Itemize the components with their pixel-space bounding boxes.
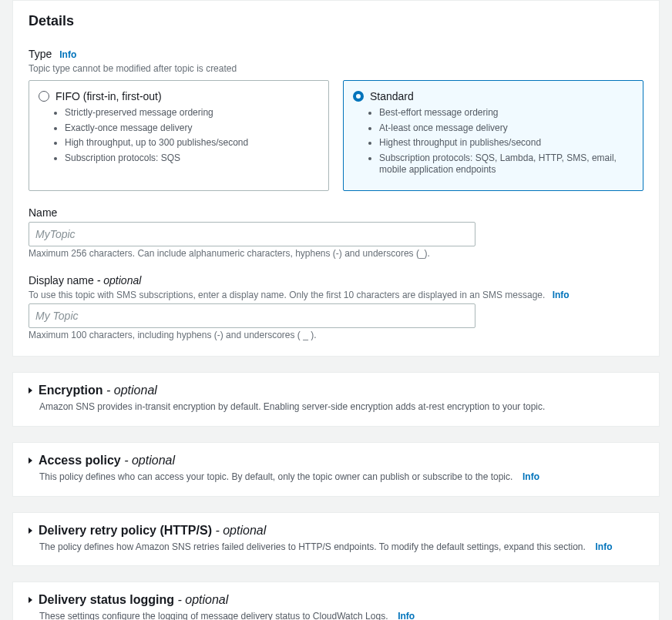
name-hint: Maximum 256 characters. Can include alph… [29,248,643,259]
caret-right-icon [29,387,32,394]
delivery-retry-title: Delivery retry policy (HTTP/S) [39,524,212,537]
display-name-input[interactable] [29,303,475,328]
radio-checked-icon [353,91,364,102]
name-label: Name [29,206,57,219]
details-title: Details [29,13,643,29]
standard-b4: Subscription protocols: SQS, Lambda, HTT… [379,152,633,176]
delivery-retry-info-link[interactable]: Info [596,541,613,552]
standard-b2: At-least once message delivery [379,122,633,135]
name-input[interactable] [29,222,475,246]
caret-right-icon [29,457,32,464]
delivery-status-desc: These settings configure the logging of … [39,610,643,620]
standard-b1: Best-effort message ordering [379,107,633,119]
encryption-toggle[interactable]: Encryption - optional [29,384,643,397]
delivery-status-desc-text: These settings configure the logging of … [39,611,388,620]
fifo-b4: Subscription protocols: SQS [65,152,319,165]
fifo-b2: Exactly-once message delivery [65,122,319,135]
access-policy-info-link[interactable]: Info [522,471,539,482]
fifo-b1: Strictly-preserved message ordering [65,107,319,119]
display-name-hint-text: To use this topic with SMS subscriptions… [29,290,545,300]
display-name-optional: - optional [94,274,141,287]
delivery-status-toggle[interactable]: Delivery status logging - optional [29,593,643,607]
delivery-retry-toggle[interactable]: Delivery retry policy (HTTP/S) - optiona… [29,524,643,538]
delivery-status-optional: - optional [174,593,228,606]
display-name-below-hint: Maximum 100 characters, including hyphen… [29,330,643,340]
delivery-retry-desc-text: The policy defines how Amazon SNS retrie… [39,541,586,552]
delivery-status-info-link[interactable]: Info [398,611,415,620]
type-standard-card[interactable]: Standard Best-effort message ordering At… [343,80,643,191]
type-field: Type Info Topic type cannot be modified … [29,48,643,191]
details-panel: Details Type Info Topic type cannot be m… [12,0,660,357]
fifo-b3: High throughput, up to 300 publishes/sec… [65,137,319,149]
access-policy-optional: - optional [121,454,175,467]
fifo-title: FIFO (first-in, first-out) [55,90,162,102]
delivery-retry-desc: The policy defines how Amazon SNS retrie… [39,541,643,554]
access-policy-desc-text: This policy defines who can access your … [39,471,512,482]
name-field: Name Maximum 256 characters. Can include… [29,206,643,259]
access-policy-section: Access policy - optional This policy def… [12,442,660,497]
standard-title: Standard [370,90,414,102]
access-policy-title: Access policy [39,454,121,467]
type-fifo-card[interactable]: FIFO (first-in, first-out) Strictly-pres… [29,80,329,191]
display-name-info-link[interactable]: Info [553,290,570,300]
display-name-hint: To use this topic with SMS subscriptions… [29,290,643,300]
display-name-field: Display name - optional To use this topi… [29,274,643,340]
encryption-desc: Amazon SNS provides in-transit encryptio… [39,400,643,414]
caret-right-icon [29,528,32,534]
delivery-retry-section: Delivery retry policy (HTTP/S) - optiona… [12,512,660,567]
delivery-retry-optional: - optional [212,524,266,537]
type-hint: Topic type cannot be modified after topi… [29,63,643,74]
radio-unchecked-icon [39,91,49,102]
encryption-title: Encryption [39,384,103,397]
standard-b3: Highest throughput in publishes/second [379,137,633,149]
delivery-status-title: Delivery status logging [39,593,174,606]
fifo-bullets: Strictly-preserved message ordering Exac… [65,107,319,164]
type-info-link[interactable]: Info [59,49,76,60]
access-policy-toggle[interactable]: Access policy - optional [29,454,643,468]
access-policy-desc: This policy defines who can access your … [39,471,643,484]
caret-right-icon [29,597,32,603]
display-name-label: Display name [29,274,94,287]
type-label: Type [29,48,52,60]
encryption-optional: - optional [103,384,157,397]
delivery-status-section: Delivery status logging - optional These… [12,581,660,620]
encryption-section: Encryption - optional Amazon SNS provide… [12,372,660,427]
standard-bullets: Best-effort message ordering At-least on… [379,107,633,176]
